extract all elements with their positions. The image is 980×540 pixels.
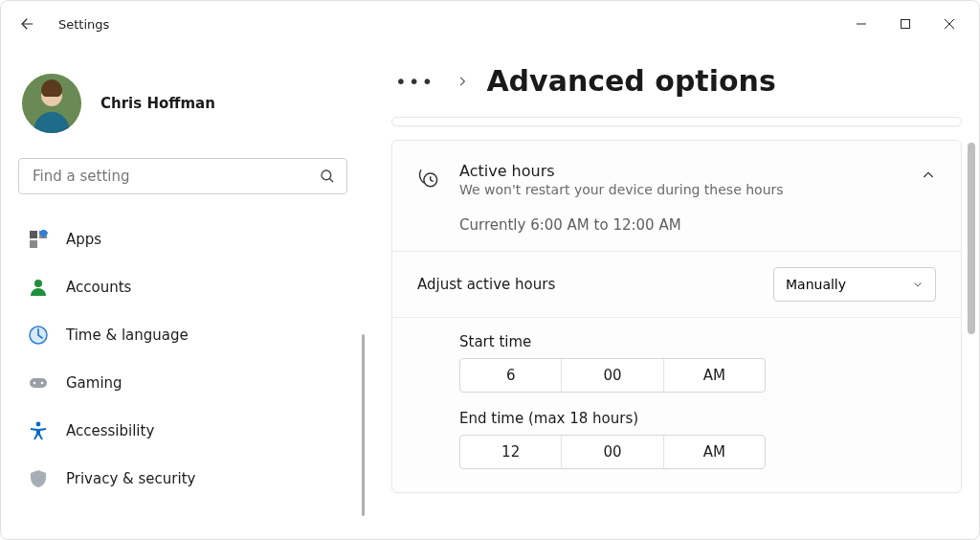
apps-icon: [28, 229, 49, 250]
collapse-button[interactable]: [921, 168, 936, 183]
end-minute[interactable]: 00: [561, 436, 662, 468]
user-profile[interactable]: Chris Hoffman: [22, 74, 344, 133]
accounts-icon: [28, 277, 49, 298]
time-section: Start time 6 00 AM End time (max 18 hour…: [392, 317, 961, 492]
nav-list: Apps Accounts Time & language Gaming: [18, 215, 347, 503]
close-icon: [944, 18, 955, 30]
end-time-label: End time (max 18 hours): [459, 410, 936, 427]
minimize-button[interactable]: [839, 9, 883, 39]
window-controls: [839, 9, 971, 39]
sidebar-item-apps[interactable]: Apps: [18, 215, 347, 263]
sidebar-item-accounts[interactable]: Accounts: [18, 263, 347, 311]
end-ampm[interactable]: AM: [663, 436, 765, 468]
sidebar-item-accessibility[interactable]: Accessibility: [18, 407, 347, 455]
chevron-right-icon: [456, 75, 469, 88]
time-language-icon: [28, 325, 49, 346]
window-title: Settings: [58, 17, 109, 32]
sidebar-item-label: Gaming: [66, 374, 122, 392]
sidebar-item-gaming[interactable]: Gaming: [18, 359, 347, 407]
start-hour[interactable]: 6: [460, 359, 561, 392]
adjust-active-hours-row: Adjust active hours Manually: [392, 251, 961, 317]
sidebar-item-privacy[interactable]: Privacy & security: [18, 455, 347, 503]
breadcrumb: ••• Advanced options: [391, 64, 962, 98]
titlebar: Settings: [1, 1, 979, 47]
svg-rect-10: [30, 240, 37, 248]
sidebar-item-time-language[interactable]: Time & language: [18, 311, 347, 359]
maximize-button[interactable]: [883, 9, 927, 39]
sidebar-item-label: Time & language: [66, 326, 189, 344]
sidebar-item-label: Accounts: [66, 279, 131, 296]
svg-line-7: [329, 178, 333, 182]
search-icon: [319, 168, 336, 185]
start-minute[interactable]: 00: [561, 359, 662, 392]
end-time-picker[interactable]: 12 00 AM: [459, 435, 766, 469]
accessibility-icon: [28, 420, 49, 441]
previous-card-sliver: [391, 117, 962, 126]
svg-rect-8: [30, 231, 37, 238]
avatar: [22, 74, 81, 133]
sidebar-item-label: Privacy & security: [66, 470, 195, 487]
chevron-down-icon: [912, 279, 924, 290]
card-title: Active hours: [459, 162, 900, 180]
chevron-up-icon: [921, 168, 936, 183]
adjust-mode-select[interactable]: Manually: [773, 267, 936, 302]
svg-rect-1: [902, 20, 910, 29]
svg-point-17: [36, 422, 41, 427]
svg-point-12: [34, 280, 42, 287]
svg-point-15: [33, 382, 36, 385]
svg-point-6: [322, 170, 331, 180]
card-status: Currently 6:00 AM to 12:00 AM: [459, 216, 900, 234]
svg-rect-14: [30, 378, 47, 388]
svg-point-16: [41, 382, 44, 385]
active-hours-card: Active hours We won't restart your devic…: [391, 140, 962, 493]
sidebar-item-label: Accessibility: [66, 422, 154, 439]
main-panel: ••• Advanced options Active hours We won…: [365, 47, 979, 540]
shield-icon: [28, 468, 49, 489]
maximize-icon: [900, 18, 911, 30]
card-subtitle: We won't restart your device during thes…: [459, 182, 900, 197]
back-button[interactable]: [9, 5, 47, 43]
search-input[interactable]: [18, 158, 347, 194]
search-wrap: [18, 158, 347, 194]
user-name: Chris Hoffman: [100, 95, 215, 112]
sidebar-item-label: Apps: [66, 231, 101, 248]
start-ampm[interactable]: AM: [663, 359, 765, 392]
sidebar: Chris Hoffman Apps Accounts: [1, 47, 365, 540]
adjust-label: Adjust active hours: [417, 276, 555, 293]
active-hours-icon: [417, 168, 438, 189]
end-hour[interactable]: 12: [460, 436, 561, 468]
page-title: Advanced options: [486, 64, 775, 98]
main-scrollbar[interactable]: [968, 143, 975, 334]
gaming-icon: [28, 372, 49, 394]
close-button[interactable]: [927, 9, 971, 39]
breadcrumb-overflow-button[interactable]: •••: [391, 66, 438, 97]
minimize-icon: [856, 18, 867, 30]
arrow-left-icon: [19, 15, 36, 33]
select-value: Manually: [786, 277, 846, 292]
start-time-picker[interactable]: 6 00 AM: [459, 358, 766, 393]
start-time-label: Start time: [459, 333, 936, 350]
